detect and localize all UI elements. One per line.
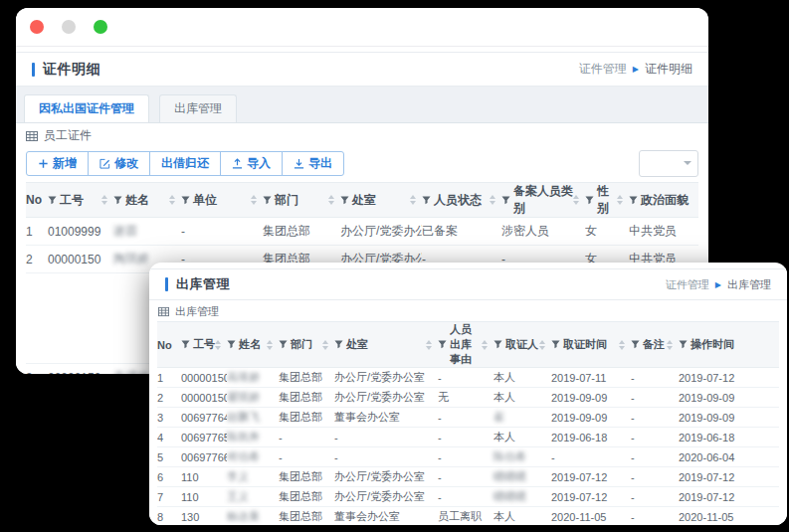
toolbar-filter-select[interactable] xyxy=(639,150,698,177)
column-header[interactable]: 部门 xyxy=(279,322,334,368)
table-cell: 2019-09-09 xyxy=(551,408,631,428)
table-cell: 3 xyxy=(157,408,181,428)
column-header[interactable]: 政治面貌 xyxy=(629,183,698,218)
filter-icon[interactable] xyxy=(279,340,288,349)
filter-icon[interactable] xyxy=(181,340,190,349)
sort-icon[interactable] xyxy=(667,340,675,350)
filter-icon[interactable] xyxy=(181,196,190,205)
table-cell: - xyxy=(279,428,334,447)
filter-icon[interactable] xyxy=(629,196,638,205)
add-button[interactable]: 新增 xyxy=(26,151,89,176)
table-row[interactable]: 8130杨达曼集团总部董事会办公室员工离职本人2020-11-05-2020-1… xyxy=(157,507,779,526)
column-label: 部门 xyxy=(275,192,298,209)
filter-icon[interactable] xyxy=(113,196,122,205)
sort-icon[interactable] xyxy=(617,195,625,205)
sort-icon[interactable] xyxy=(573,195,581,205)
column-header[interactable]: 备案人员类别 xyxy=(501,183,585,218)
table-cell: - xyxy=(631,507,679,526)
column-header[interactable]: 工号 xyxy=(181,322,227,368)
column-header[interactable]: 人员出库事由 xyxy=(438,322,493,368)
sort-icon[interactable] xyxy=(215,340,223,350)
breadcrumb-parent[interactable]: 证件管理 xyxy=(579,61,627,78)
table-cell: 2019-07-12 xyxy=(679,467,779,487)
column-label: No xyxy=(26,193,42,207)
table-row[interactable]: 200000150瞿琪娇集团总部办公厅/党委办公室无本人2019-09-09-2… xyxy=(157,388,779,408)
column-header[interactable]: 部门 xyxy=(263,183,340,218)
sort-icon[interactable] xyxy=(410,195,418,205)
edit-button[interactable]: 修改 xyxy=(88,151,150,176)
maximize-button[interactable] xyxy=(94,20,107,34)
column-header[interactable]: 姓名 xyxy=(113,183,181,218)
column-header[interactable]: 处室 xyxy=(340,183,422,218)
column-header[interactable]: No xyxy=(157,322,181,368)
filter-icon[interactable] xyxy=(631,340,640,349)
filter-icon[interactable] xyxy=(551,340,560,349)
sort-icon[interactable] xyxy=(251,195,259,205)
lend-return-button-label: 出借归还 xyxy=(161,155,209,172)
title-accent-bar xyxy=(32,63,35,77)
table-cell: 01009999 xyxy=(48,218,113,246)
table-row[interactable]: 6110李义集团总部办公厅/党委办公室-嗯嗯嗯2019-07-12-2019-0… xyxy=(157,467,779,487)
sort-icon[interactable] xyxy=(328,195,336,205)
table-cell: 已备案 xyxy=(422,218,501,246)
page-header: 证件明细 证件管理 ▶ 证件明细 xyxy=(16,52,708,87)
filter-icon[interactable] xyxy=(422,196,431,205)
column-header[interactable]: 操作时间 xyxy=(679,322,779,368)
sort-icon[interactable] xyxy=(322,340,330,350)
column-header[interactable]: 单位 xyxy=(181,183,263,218)
outbound-panel: 出库管理 No工号姓名部门处室人员出库事由取证人取证时间备注操作时间 10000… xyxy=(149,300,787,525)
sort-icon[interactable] xyxy=(482,340,490,350)
column-header[interactable]: 工号 xyxy=(48,183,113,218)
filter-icon[interactable] xyxy=(501,196,510,205)
column-header[interactable]: 性别 xyxy=(585,183,629,218)
sort-icon[interactable] xyxy=(101,195,109,205)
column-header[interactable]: 取证人 xyxy=(493,322,551,368)
column-header[interactable]: 备注 xyxy=(631,322,679,368)
sort-icon[interactable] xyxy=(490,195,497,205)
sort-icon[interactable] xyxy=(619,340,627,350)
export-button[interactable]: 导出 xyxy=(282,151,344,176)
breadcrumb-parent[interactable]: 证件管理 xyxy=(666,277,709,292)
filter-icon[interactable] xyxy=(585,196,594,205)
table-row[interactable]: 7110王义集团总部办公厅/党委办公室-嗯嗯嗯2019-07-12-2019-0… xyxy=(157,487,779,507)
table-cell: 女 xyxy=(585,218,629,246)
import-button[interactable]: 导入 xyxy=(220,151,283,176)
tab-private-abroad-certificates[interactable]: 因私出国证件管理 xyxy=(24,94,149,122)
filter-icon[interactable] xyxy=(48,196,57,205)
table-cell: 00000150 xyxy=(48,246,113,273)
table-cell: - xyxy=(631,388,679,408)
tab-outbound-management[interactable]: 出库管理 xyxy=(159,94,237,122)
filter-icon[interactable] xyxy=(438,340,447,349)
sort-icon[interactable] xyxy=(539,340,547,350)
column-header[interactable]: 处室 xyxy=(334,322,438,368)
filter-icon[interactable] xyxy=(263,196,272,205)
table-cell: 办公厅/党委办公室 xyxy=(334,388,438,408)
filter-icon[interactable] xyxy=(340,196,349,205)
column-header[interactable]: 姓名 xyxy=(227,322,279,368)
sort-icon[interactable] xyxy=(169,195,177,205)
lend-return-button[interactable]: 出借归还 xyxy=(149,151,221,176)
column-header[interactable]: 取证时间 xyxy=(551,322,631,368)
filter-icon[interactable] xyxy=(334,340,343,349)
minimize-button[interactable] xyxy=(62,20,76,34)
table-row[interactable]: 100000150高瑛娇集团总部办公厅/党委办公室-本人2019-07-11-2… xyxy=(157,368,779,388)
table-cell: - xyxy=(551,447,631,467)
table-cell: 办公厅/党委办公室 xyxy=(334,467,438,487)
table-row[interactable]: 400697765陈凯奔---本人2019-06-18-2019-06-18 xyxy=(157,428,779,447)
filter-icon[interactable] xyxy=(679,340,688,349)
column-header[interactable]: No xyxy=(26,183,48,218)
table-row[interactable]: 300697764赵鹏飞集团总部董事会办公室-崔2019-09-09-2019-… xyxy=(157,408,779,428)
section-header: 员工证件 xyxy=(16,123,708,147)
close-button[interactable] xyxy=(30,20,44,34)
table-cell: - xyxy=(631,408,679,428)
table-cell: - xyxy=(631,428,679,447)
table-cell: 本人 xyxy=(493,368,551,388)
sort-icon[interactable] xyxy=(267,340,275,350)
column-header[interactable]: 人员状态 xyxy=(422,183,501,218)
table-row[interactable]: 101009999谢霞-集团总部办公厅/党委办公室已备案涉密人员女中共党员 xyxy=(26,218,698,246)
filter-icon[interactable] xyxy=(493,340,502,349)
filter-icon[interactable] xyxy=(227,340,236,349)
toolbar-button-group: 新增 修改 出借归还 xyxy=(26,151,344,176)
sort-icon[interactable] xyxy=(426,340,434,350)
table-row[interactable]: 500697766何伯希---陈伯希--2020-06-04 xyxy=(157,447,779,467)
